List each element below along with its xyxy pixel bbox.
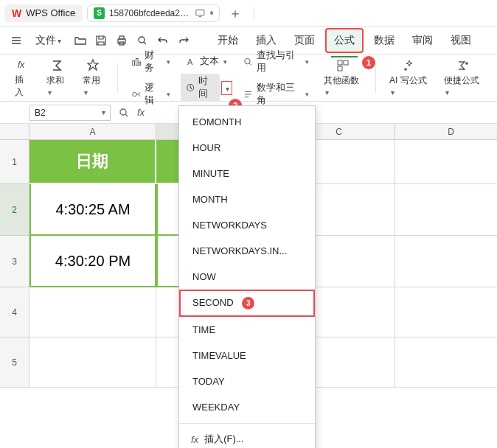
time-functions-button[interactable]: 时间 — [181, 74, 220, 102]
dd-item-now[interactable]: NOW — [179, 264, 315, 290]
menu-file[interactable]: 文件▾ — [28, 29, 69, 52]
sigma-icon — [49, 58, 64, 73]
document-name: 158706bfcdeeda2a688df1e — [109, 8, 190, 18]
dd-item-networkdays[interactable]: NETWORKDAYS — [179, 212, 315, 238]
svg-rect-7 — [136, 58, 138, 65]
dd-item-networkdays-intl[interactable]: NETWORKDAYS.IN... — [179, 238, 315, 264]
row-header-1[interactable]: 1 — [0, 140, 29, 184]
svg-point-12 — [245, 58, 250, 63]
search-icon[interactable] — [118, 107, 130, 119]
monitor-icon — [195, 7, 206, 19]
title-bar: W WPS Office S 158706bfcdeeda2a688df1e ＋ — [0, 0, 497, 27]
cell-d4[interactable] — [395, 287, 497, 337]
spreadsheet-icon: S — [94, 7, 105, 19]
svg-text:A: A — [187, 57, 193, 66]
print-preview-icon[interactable] — [133, 32, 151, 49]
sigma-plus-icon — [456, 58, 470, 73]
finance-functions-button[interactable]: 财务▾ — [127, 48, 175, 76]
chevron-down-icon: ▾ — [226, 85, 229, 93]
save-icon[interactable] — [92, 32, 110, 49]
dd-insert-function[interactable]: fx 插入(F)... — [179, 427, 315, 448]
cell-a4[interactable] — [29, 287, 156, 337]
ai-formula-button[interactable]: AI 写公式▾ — [385, 55, 434, 100]
fx-icon: fx — [15, 57, 30, 72]
common-functions-button[interactable]: 常用▾ — [78, 55, 108, 100]
cell-a1[interactable]: 日期 — [29, 140, 156, 184]
callout-3: 3 — [242, 297, 254, 309]
cell-a3[interactable]: 4:30:20 PM — [29, 236, 156, 287]
svg-rect-13 — [338, 60, 342, 65]
select-all-corner[interactable] — [0, 124, 29, 140]
quick-formula-button[interactable]: 便捷公式▾ — [439, 55, 487, 100]
dd-item-minute[interactable]: MINUTE — [179, 161, 315, 186]
svg-rect-15 — [338, 66, 342, 71]
print-icon[interactable] — [113, 32, 131, 49]
row-header-3[interactable]: 3 — [0, 236, 29, 287]
cell-d2[interactable] — [395, 184, 497, 236]
star-icon — [86, 58, 100, 73]
redo-icon[interactable] — [175, 32, 192, 49]
cell-a2[interactable]: 4:30:25 AM — [29, 184, 156, 236]
row-header-2[interactable]: 2 — [0, 184, 29, 236]
cell-d5[interactable] — [395, 337, 497, 388]
cell-d3[interactable] — [395, 236, 497, 287]
clock-icon — [185, 82, 195, 94]
tab-view[interactable]: 视图 — [443, 29, 479, 52]
svg-point-9 — [133, 92, 136, 96]
cell-d1[interactable] — [395, 140, 497, 184]
ribbon-formula: fx 插入 求和▾ 常用▾ 财务▾ 逻辑▾ A 文本▾ 时间 ▾ — [0, 55, 497, 102]
tab-formula[interactable]: 公式 — [325, 28, 364, 53]
name-box[interactable]: B2 ▾ — [29, 105, 111, 121]
row-header-4[interactable]: 4 — [0, 287, 29, 337]
unsaved-dot-icon — [210, 11, 214, 15]
cell-a5[interactable] — [29, 337, 156, 388]
dd-item-time[interactable]: TIME — [179, 317, 315, 343]
logic-icon — [131, 88, 142, 100]
callout-1: 1 — [362, 56, 375, 69]
tab-data[interactable]: 数据 — [366, 29, 402, 52]
insert-function-button[interactable]: fx 插入 — [10, 55, 36, 102]
folder-open-icon[interactable] — [72, 32, 89, 49]
col-header-a[interactable]: A — [29, 124, 156, 140]
grid-icon — [336, 58, 350, 73]
ai-sparkle-icon — [402, 58, 417, 73]
dd-item-month[interactable]: MONTH — [179, 186, 315, 212]
math-functions-button[interactable]: 数学和三角▾ — [238, 80, 313, 108]
new-tab-button[interactable]: ＋ — [224, 4, 246, 22]
dd-item-timevalue[interactable]: TIMEVALUE — [179, 343, 315, 368]
separator — [117, 63, 118, 93]
math-icon — [243, 88, 254, 100]
svg-rect-6 — [133, 60, 135, 65]
tab-review[interactable]: 审阅 — [405, 29, 440, 52]
other-functions-button[interactable]: 其他函数▾ — [319, 55, 366, 100]
hamburger-icon[interactable] — [7, 32, 25, 49]
undo-icon[interactable] — [154, 32, 172, 49]
time-dropdown-toggle[interactable]: ▾ — [221, 81, 232, 95]
separator — [179, 423, 315, 424]
app-tab-wps[interactable]: W WPS Office — [4, 4, 83, 22]
text-icon: A — [185, 56, 197, 68]
svg-rect-14 — [344, 60, 348, 65]
svg-rect-8 — [139, 62, 141, 66]
fx-icon[interactable]: fx — [137, 107, 145, 118]
svg-text:fx: fx — [18, 60, 25, 70]
logic-functions-button[interactable]: 逻辑▾ — [127, 80, 175, 108]
col-header-d[interactable]: D — [395, 124, 497, 140]
finance-icon — [131, 56, 142, 68]
fx-icon: fx — [191, 434, 198, 445]
svg-rect-2 — [119, 36, 124, 39]
autosum-button[interactable]: 求和▾ — [42, 55, 72, 100]
dd-item-weekday[interactable]: WEEKDAY — [179, 394, 315, 420]
row-header-5[interactable]: 5 — [0, 337, 29, 388]
svg-point-4 — [139, 37, 145, 43]
text-functions-button[interactable]: A 文本▾ — [181, 54, 233, 69]
dd-item-hour[interactable]: HOUR — [179, 135, 315, 161]
dd-item-second[interactable]: SECOND 3 — [179, 290, 315, 317]
document-tab[interactable]: S 158706bfcdeeda2a688df1e — [87, 4, 220, 22]
lookup-functions-button[interactable]: 查找与引用▾ — [238, 48, 313, 76]
separator — [375, 63, 376, 93]
lookup-icon — [243, 56, 254, 68]
dd-item-today[interactable]: TODAY — [179, 368, 315, 394]
separator — [254, 7, 254, 20]
dd-item-eomonth[interactable]: EOMONTH — [179, 109, 315, 135]
